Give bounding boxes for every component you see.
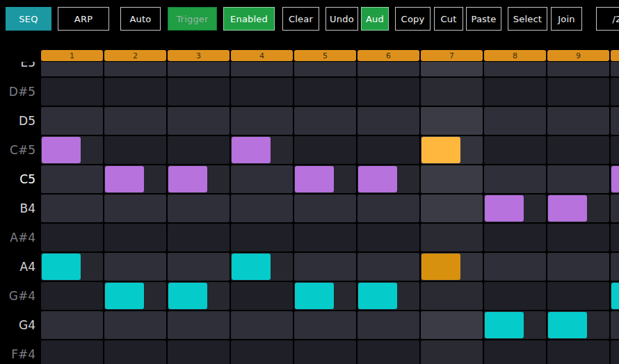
note-G#4-step6[interactable]	[358, 283, 397, 309]
grid-cell-G4-1[interactable]	[41, 311, 103, 339]
note-C#5-step7[interactable]	[421, 137, 460, 163]
grid-cell-D#5-5[interactable]	[294, 78, 356, 106]
grid-cell-E5-7[interactable]	[421, 62, 483, 76]
grid-cell-E5-4[interactable]	[231, 62, 293, 76]
grid-cell-C#5-3[interactable]	[168, 136, 230, 164]
grid-cell-D#5-9[interactable]	[547, 78, 609, 106]
grid-cell-E5-10[interactable]	[611, 62, 619, 76]
grid-cell-G4-4[interactable]	[231, 311, 293, 339]
note-G#4-step2[interactable]	[105, 283, 144, 309]
undo-button[interactable]: Undo	[325, 7, 358, 31]
grid-cell-D5-1[interactable]	[41, 107, 103, 135]
grid-cell-C5-8[interactable]	[484, 165, 546, 193]
grid-cell-E5-8[interactable]	[484, 62, 546, 76]
grid-cell-G4-5[interactable]	[294, 311, 356, 339]
step-header-9[interactable]: 9	[547, 50, 609, 61]
grid-cell-A#4-9[interactable]	[547, 224, 609, 251]
note-C5-step3[interactable]	[168, 166, 207, 192]
step-header-5[interactable]: 5	[294, 50, 356, 61]
grid-cell-E5-9[interactable]	[547, 62, 609, 76]
grid-cell-B4-8[interactable]	[484, 195, 546, 222]
grid-cell-C#5-6[interactable]	[357, 136, 419, 164]
grid-cell-A4-2[interactable]	[104, 253, 166, 281]
grid-cell-B4-10[interactable]	[611, 195, 619, 222]
grid-cell-E5-6[interactable]	[357, 62, 419, 76]
grid-cell-C#5-10[interactable]	[611, 136, 619, 164]
note-A4-step1[interactable]	[42, 254, 81, 280]
grid-cell-F#4-1[interactable]	[41, 340, 103, 364]
note-G4-step9[interactable]	[548, 312, 587, 338]
grid-cell-E5-1[interactable]	[41, 62, 103, 76]
step-header-8[interactable]: 8	[484, 50, 546, 61]
grid-cell-C5-5[interactable]	[294, 165, 356, 193]
grid-cell-E5-5[interactable]	[294, 62, 356, 76]
grid-cell-D5-10[interactable]	[611, 107, 619, 135]
grid-cell-B4-9[interactable]	[547, 195, 609, 222]
grid-cell-D5-2[interactable]	[104, 107, 166, 135]
grid-cell-C5-10[interactable]	[611, 165, 619, 193]
note-B4-step9[interactable]	[548, 195, 587, 222]
trigger-button[interactable]: Trigger	[168, 7, 217, 31]
grid-cell-D5-8[interactable]	[484, 107, 546, 135]
grid-cell-D#5-2[interactable]	[104, 78, 166, 106]
grid-cell-C5-6[interactable]	[357, 165, 419, 193]
enabled-button[interactable]: Enabled	[223, 7, 275, 31]
note-A4-step7[interactable]	[421, 254, 460, 280]
grid-cell-F#4-5[interactable]	[294, 340, 356, 364]
join-button[interactable]: Join	[551, 7, 582, 31]
grid-cell-D#5-8[interactable]	[484, 78, 546, 106]
note-B4-step8[interactable]	[485, 195, 524, 222]
grid-cell-C#5-1[interactable]	[41, 136, 103, 164]
grid-cell-G#4-2[interactable]	[104, 282, 166, 310]
grid-cell-A#4-4[interactable]	[231, 224, 293, 251]
grid-cell-A4-10[interactable]	[611, 253, 619, 281]
grid-cell-G#4-5[interactable]	[294, 282, 356, 310]
grid-cell-A4-5[interactable]	[294, 253, 356, 281]
aud-button[interactable]: Aud	[361, 7, 389, 31]
grid-cell-D#5-7[interactable]	[421, 78, 483, 106]
grid-cell-B4-2[interactable]	[104, 195, 166, 222]
grid-cell-G4-9[interactable]	[547, 311, 609, 339]
grid-cell-G4-7[interactable]	[421, 311, 483, 339]
grid-cell-F#4-8[interactable]	[484, 340, 546, 364]
grid-cell-D#5-10[interactable]	[611, 78, 619, 106]
grid-cell-F#4-7[interactable]	[421, 340, 483, 364]
grid-cell-D5-4[interactable]	[231, 107, 293, 135]
grid-cell-G4-3[interactable]	[168, 311, 230, 339]
copy-button[interactable]: Copy	[395, 7, 431, 31]
grid-cell-G#4-10[interactable]	[611, 282, 619, 310]
grid-cell-C5-1[interactable]	[41, 165, 103, 193]
grid-cell-F#4-2[interactable]	[104, 340, 166, 364]
step-header-7[interactable]: 7	[421, 50, 483, 61]
grid-cell-D5-9[interactable]	[547, 107, 609, 135]
grid-cell-F#4-9[interactable]	[547, 340, 609, 364]
step-header-4[interactable]: 4	[231, 50, 293, 61]
grid-cell-B4-1[interactable]	[41, 195, 103, 222]
grid-cell-A#4-2[interactable]	[104, 224, 166, 251]
grid-cell-C#5-5[interactable]	[294, 136, 356, 164]
grid-cell-D5-3[interactable]	[168, 107, 230, 135]
paste-button[interactable]: Paste	[466, 7, 501, 31]
grid-cell-G4-8[interactable]	[484, 311, 546, 339]
select-button[interactable]: Select	[508, 7, 547, 31]
grid-cell-C#5-9[interactable]	[547, 136, 609, 164]
grid-cell-D#5-6[interactable]	[357, 78, 419, 106]
grid-cell-A4-9[interactable]	[547, 253, 609, 281]
grid-cell-G4-2[interactable]	[104, 311, 166, 339]
note-G#4-step3[interactable]	[168, 283, 207, 309]
step-header-6[interactable]: 6	[357, 50, 419, 61]
grid-cell-G#4-3[interactable]	[168, 282, 230, 310]
grid-cell-D#5-1[interactable]	[41, 78, 103, 106]
step-header-10[interactable]: 10	[611, 50, 619, 61]
grid-cell-G#4-4[interactable]	[231, 282, 293, 310]
grid-cell-A4-1[interactable]	[41, 253, 103, 281]
grid-cell-F#4-3[interactable]	[168, 340, 230, 364]
arp-button[interactable]: ARP	[58, 7, 109, 31]
grid-cell-G#4-7[interactable]	[421, 282, 483, 310]
grid-cell-F#4-10[interactable]	[611, 340, 619, 364]
grid-cell-G#4-1[interactable]	[41, 282, 103, 310]
cut-button[interactable]: Cut	[434, 7, 463, 31]
grid-cell-D5-7[interactable]	[421, 107, 483, 135]
note-C5-step5[interactable]	[295, 166, 334, 192]
note-G#4-step10[interactable]	[611, 283, 619, 309]
